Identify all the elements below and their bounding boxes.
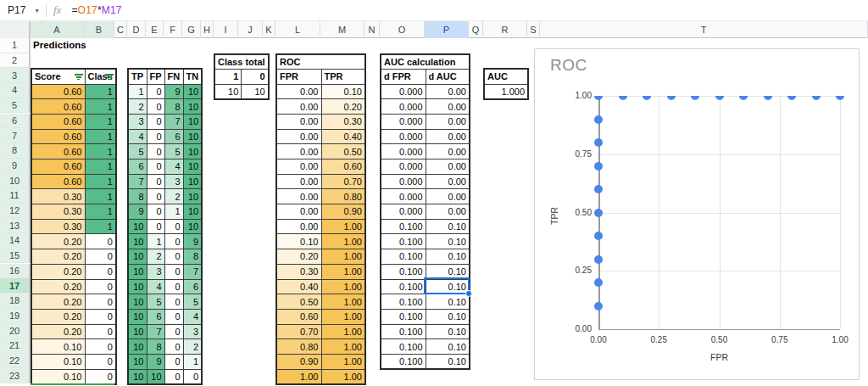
cell[interactable]: 0.00 <box>276 174 321 189</box>
cell[interactable]: 0.000 <box>381 99 426 115</box>
cell[interactable]: 0.20 <box>321 99 365 115</box>
cell[interactable]: 0.10 <box>426 354 470 369</box>
fill-handle[interactable] <box>465 290 472 297</box>
cell[interactable]: 7 <box>164 114 183 129</box>
cell[interactable]: 8 <box>164 99 183 115</box>
column-header-C[interactable]: C <box>114 21 127 38</box>
cell[interactable]: 0.60 <box>31 99 85 115</box>
row-header-5[interactable]: 5 <box>0 98 31 114</box>
cell[interactable]: FPR <box>276 69 321 84</box>
cell[interactable]: 0.00 <box>426 114 470 129</box>
cell[interactable]: 0.100 <box>381 294 426 310</box>
cell[interactable]: 0.00 <box>426 129 470 144</box>
cell[interactable]: 9 <box>183 234 202 249</box>
cell[interactable]: 0.00 <box>426 84 470 99</box>
cell[interactable]: 0 <box>164 249 183 265</box>
cell[interactable]: 0.100 <box>381 279 426 294</box>
cell[interactable]: 0 <box>242 69 269 84</box>
cell[interactable]: 10 <box>183 84 202 99</box>
cell[interactable]: 0 <box>164 339 183 355</box>
cell[interactable]: 0 <box>85 309 116 324</box>
class-total-title[interactable]: Class total <box>214 54 269 70</box>
cell[interactable]: 0.80 <box>321 189 365 204</box>
cell[interactable]: 0.100 <box>381 339 426 355</box>
cell[interactable]: 10 <box>128 249 147 265</box>
cell[interactable]: 0.100 <box>381 234 426 249</box>
cell[interactable]: 1.00 <box>321 264 365 279</box>
row-header-16[interactable]: 16 <box>0 264 31 279</box>
name-box-dropdown-icon[interactable]: ▼ <box>34 8 40 14</box>
column-header-B[interactable]: B <box>84 21 114 38</box>
cell[interactable]: 8 <box>128 189 147 204</box>
column-header-R[interactable]: R <box>483 21 527 38</box>
cell[interactable]: 0.60 <box>31 84 85 99</box>
cell[interactable]: 1 <box>183 354 202 369</box>
row-header-12[interactable]: 12 <box>0 204 31 219</box>
cell[interactable]: 1.00 <box>276 369 321 384</box>
cell[interactable]: 0.60 <box>31 174 85 189</box>
cell[interactable]: 0.100 <box>381 264 426 279</box>
cell[interactable]: 1.00 <box>321 339 365 355</box>
cell[interactable]: 0 <box>85 294 116 310</box>
auc-value[interactable]: 1.000 <box>484 84 528 99</box>
cell[interactable]: 0.20 <box>31 294 85 310</box>
cell[interactable]: d FPR <box>381 69 426 84</box>
cell[interactable]: 0.10 <box>31 339 85 355</box>
cell[interactable]: 0.30 <box>31 204 85 220</box>
cell[interactable]: 0 <box>164 279 183 294</box>
cell[interactable]: 10 <box>183 129 202 144</box>
cell[interactable]: 0 <box>147 114 164 129</box>
cell[interactable]: 1.00 <box>321 324 365 339</box>
name-box[interactable]: P17 ▼ <box>0 4 44 16</box>
cell[interactable]: 0.00 <box>426 144 470 159</box>
cell[interactable]: 10 <box>183 144 202 159</box>
cell[interactable]: 1.00 <box>321 219 365 234</box>
cell[interactable]: 4 <box>164 159 183 175</box>
cell[interactable]: 0.00 <box>276 189 321 204</box>
cell[interactable]: 0.00 <box>276 99 321 115</box>
cell[interactable]: 0.100 <box>381 249 426 265</box>
cell[interactable]: 0.60 <box>31 129 85 144</box>
column-header-S[interactable]: S <box>527 21 540 38</box>
cell[interactable]: AUC calculation <box>381 54 470 70</box>
cell[interactable]: 10 <box>128 279 147 294</box>
row-header-4[interactable]: 4 <box>0 83 31 98</box>
cell[interactable]: FP <box>147 69 164 84</box>
cell[interactable]: 10 <box>183 159 202 175</box>
cell[interactable]: 0.20 <box>31 279 85 294</box>
roc-chart[interactable]: ROC 1.000.750.500.250.000.000.250.500.75… <box>534 48 860 380</box>
cell[interactable]: 10 <box>128 324 147 339</box>
cell[interactable]: 1 <box>85 84 116 99</box>
cell[interactable]: 5 <box>183 294 202 310</box>
cell[interactable]: 0.20 <box>31 249 85 265</box>
cell[interactable]: 0 <box>164 294 183 310</box>
cell[interactable]: 9 <box>128 204 147 220</box>
column-header-A[interactable]: A <box>31 21 84 38</box>
cell[interactable]: 4 <box>147 279 164 294</box>
cell[interactable]: 10 <box>183 114 202 129</box>
cell[interactable]: 0 <box>147 204 164 220</box>
cell[interactable]: 5 <box>164 144 183 159</box>
formula-input[interactable]: =O17*M17 <box>71 4 121 16</box>
cell[interactable]: 0 <box>85 324 116 339</box>
cell[interactable]: 0.20 <box>31 234 85 249</box>
cell[interactable]: 0 <box>85 339 116 355</box>
cell[interactable]: 0.60 <box>276 309 321 324</box>
cell[interactable]: TN <box>183 69 202 84</box>
cell[interactable]: 0.10 <box>426 249 470 265</box>
cell[interactable]: 0.70 <box>276 324 321 339</box>
cell[interactable]: 0 <box>147 144 164 159</box>
cell[interactable]: 0.30 <box>276 264 321 279</box>
cell[interactable]: 10 <box>183 189 202 204</box>
cell[interactable]: 0.00 <box>426 159 470 175</box>
column-header-E[interactable]: E <box>146 21 164 38</box>
cell[interactable]: 1.00 <box>321 234 365 249</box>
cell[interactable]: 0.00 <box>276 144 321 159</box>
cell[interactable]: 6 <box>128 159 147 175</box>
cell[interactable]: 0.40 <box>321 129 365 144</box>
cell[interactable]: 0.000 <box>381 159 426 175</box>
cell[interactable]: 0.80 <box>276 339 321 355</box>
cell[interactable]: 10 <box>183 174 202 189</box>
cell[interactable]: 0.00 <box>276 114 321 129</box>
cell[interactable]: 0 <box>85 264 116 279</box>
